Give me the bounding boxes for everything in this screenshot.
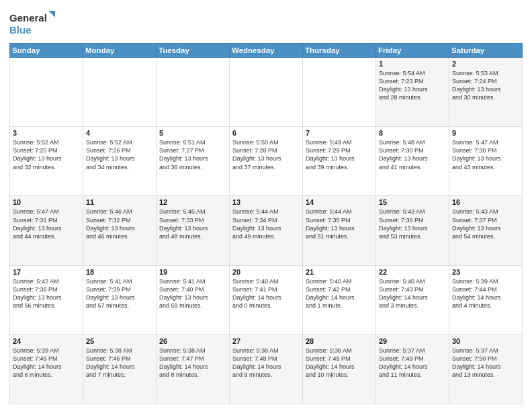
calendar-cell: 25Sunrise: 5:38 AM Sunset: 7:46 PM Dayli… (83, 334, 157, 404)
day-header-wednesday: Wednesday (230, 44, 303, 58)
calendar-cell: 21Sunrise: 5:40 AM Sunset: 7:42 PM Dayli… (303, 265, 376, 334)
day-number: 6 (232, 129, 300, 137)
day-number: 29 (379, 337, 446, 345)
day-number: 30 (452, 337, 519, 345)
day-number: 28 (306, 337, 373, 345)
calendar-cell (230, 58, 303, 127)
day-number: 14 (306, 198, 373, 206)
day-detail: Sunrise: 5:38 AM Sunset: 7:47 PM Dayligh… (159, 347, 226, 379)
logo-svg: General Blue (9, 9, 56, 39)
calendar-cell (83, 58, 157, 127)
day-header-monday: Monday (83, 44, 157, 58)
day-detail: Sunrise: 5:40 AM Sunset: 7:43 PM Dayligh… (379, 277, 446, 310)
calendar-cell: 24Sunrise: 5:39 AM Sunset: 7:45 PM Dayli… (10, 334, 83, 404)
calendar-cell: 22Sunrise: 5:40 AM Sunset: 7:43 PM Dayli… (376, 265, 449, 334)
day-number: 16 (452, 198, 519, 206)
calendar-cell: 1Sunrise: 5:54 AM Sunset: 7:23 PM Daylig… (376, 58, 449, 127)
svg-text:General: General (9, 12, 47, 24)
logo: General Blue (9, 9, 56, 39)
calendar-cell: 10Sunrise: 5:47 AM Sunset: 7:31 PM Dayli… (10, 196, 83, 265)
day-number: 3 (13, 129, 80, 137)
day-number: 19 (159, 268, 226, 276)
calendar-cell (303, 58, 376, 127)
calendar-cell: 12Sunrise: 5:45 AM Sunset: 7:33 PM Dayli… (157, 196, 230, 265)
day-number: 13 (232, 198, 300, 206)
day-header-saturday: Saturday (449, 44, 523, 58)
svg-marker-2 (48, 11, 55, 17)
calendar-cell: 9Sunrise: 5:47 AM Sunset: 7:30 PM Daylig… (449, 127, 523, 196)
calendar-cell: 27Sunrise: 5:38 AM Sunset: 7:48 PM Dayli… (230, 334, 303, 404)
day-number: 22 (379, 268, 446, 276)
calendar-cell: 30Sunrise: 5:37 AM Sunset: 7:50 PM Dayli… (449, 334, 523, 404)
calendar-cell: 16Sunrise: 5:43 AM Sunset: 7:37 PM Dayli… (449, 196, 523, 265)
calendar-cell: 5Sunrise: 5:51 AM Sunset: 7:27 PM Daylig… (157, 127, 230, 196)
day-detail: Sunrise: 5:53 AM Sunset: 7:24 PM Dayligh… (452, 69, 519, 102)
calendar-cell: 7Sunrise: 5:49 AM Sunset: 7:29 PM Daylig… (303, 127, 376, 196)
day-number: 15 (379, 198, 446, 206)
day-detail: Sunrise: 5:47 AM Sunset: 7:30 PM Dayligh… (452, 138, 519, 171)
day-detail: Sunrise: 5:52 AM Sunset: 7:25 PM Dayligh… (13, 138, 80, 171)
day-number: 7 (306, 129, 373, 137)
day-number: 11 (86, 198, 153, 206)
day-detail: Sunrise: 5:43 AM Sunset: 7:37 PM Dayligh… (452, 208, 519, 240)
calendar-table: SundayMondayTuesdayWednesdayThursdayFrid… (9, 43, 523, 404)
day-number: 10 (13, 198, 80, 206)
calendar-cell: 29Sunrise: 5:37 AM Sunset: 7:49 PM Dayli… (376, 334, 449, 404)
day-detail: Sunrise: 5:47 AM Sunset: 7:31 PM Dayligh… (13, 208, 80, 240)
calendar-cell: 18Sunrise: 5:41 AM Sunset: 7:39 PM Dayli… (83, 265, 157, 334)
day-number: 26 (159, 337, 226, 345)
day-number: 18 (86, 268, 153, 276)
calendar-week-3: 10Sunrise: 5:47 AM Sunset: 7:31 PM Dayli… (10, 196, 523, 265)
calendar-cell: 4Sunrise: 5:52 AM Sunset: 7:26 PM Daylig… (83, 127, 157, 196)
day-number: 27 (232, 337, 300, 345)
day-number: 1 (379, 60, 446, 68)
calendar-cell (10, 58, 83, 127)
day-number: 25 (86, 337, 153, 345)
day-number: 24 (13, 337, 80, 345)
day-number: 12 (159, 198, 226, 206)
day-number: 21 (306, 268, 373, 276)
day-number: 2 (452, 60, 519, 68)
calendar-cell: 2Sunrise: 5:53 AM Sunset: 7:24 PM Daylig… (449, 58, 523, 127)
day-header-thursday: Thursday (303, 44, 376, 58)
day-number: 9 (452, 129, 519, 137)
day-detail: Sunrise: 5:48 AM Sunset: 7:30 PM Dayligh… (379, 138, 446, 171)
day-detail: Sunrise: 5:37 AM Sunset: 7:50 PM Dayligh… (452, 347, 519, 379)
calendar-cell: 13Sunrise: 5:44 AM Sunset: 7:34 PM Dayli… (230, 196, 303, 265)
day-number: 23 (452, 268, 519, 276)
day-detail: Sunrise: 5:51 AM Sunset: 7:27 PM Dayligh… (159, 138, 226, 171)
calendar-cell: 15Sunrise: 5:43 AM Sunset: 7:36 PM Dayli… (376, 196, 449, 265)
day-detail: Sunrise: 5:54 AM Sunset: 7:23 PM Dayligh… (379, 69, 446, 102)
calendar-cell: 3Sunrise: 5:52 AM Sunset: 7:25 PM Daylig… (10, 127, 83, 196)
day-detail: Sunrise: 5:41 AM Sunset: 7:40 PM Dayligh… (159, 277, 226, 310)
day-number: 8 (379, 129, 446, 137)
day-detail: Sunrise: 5:38 AM Sunset: 7:48 PM Dayligh… (232, 347, 300, 379)
day-detail: Sunrise: 5:42 AM Sunset: 7:38 PM Dayligh… (13, 277, 80, 310)
calendar-header-row: SundayMondayTuesdayWednesdayThursdayFrid… (10, 44, 523, 58)
day-number: 20 (232, 268, 300, 276)
calendar-cell: 6Sunrise: 5:50 AM Sunset: 7:28 PM Daylig… (230, 127, 303, 196)
day-number: 4 (86, 129, 153, 137)
day-detail: Sunrise: 5:46 AM Sunset: 7:32 PM Dayligh… (86, 208, 153, 240)
calendar-cell (157, 58, 230, 127)
day-header-sunday: Sunday (10, 44, 83, 58)
calendar-cell: 23Sunrise: 5:39 AM Sunset: 7:44 PM Dayli… (449, 265, 523, 334)
day-detail: Sunrise: 5:49 AM Sunset: 7:29 PM Dayligh… (306, 138, 373, 171)
day-detail: Sunrise: 5:40 AM Sunset: 7:41 PM Dayligh… (232, 277, 300, 310)
day-detail: Sunrise: 5:43 AM Sunset: 7:36 PM Dayligh… (379, 208, 446, 240)
day-detail: Sunrise: 5:52 AM Sunset: 7:26 PM Dayligh… (86, 138, 153, 171)
calendar-cell: 14Sunrise: 5:44 AM Sunset: 7:35 PM Dayli… (303, 196, 376, 265)
calendar-cell: 8Sunrise: 5:48 AM Sunset: 7:30 PM Daylig… (376, 127, 449, 196)
day-detail: Sunrise: 5:38 AM Sunset: 7:49 PM Dayligh… (306, 347, 373, 379)
calendar-cell: 28Sunrise: 5:38 AM Sunset: 7:49 PM Dayli… (303, 334, 376, 404)
day-detail: Sunrise: 5:45 AM Sunset: 7:33 PM Dayligh… (159, 208, 226, 240)
day-number: 5 (159, 129, 226, 137)
day-header-tuesday: Tuesday (157, 44, 230, 58)
calendar-cell: 17Sunrise: 5:42 AM Sunset: 7:38 PM Dayli… (10, 265, 83, 334)
day-detail: Sunrise: 5:40 AM Sunset: 7:42 PM Dayligh… (306, 277, 373, 310)
day-detail: Sunrise: 5:39 AM Sunset: 7:44 PM Dayligh… (452, 277, 519, 310)
day-detail: Sunrise: 5:41 AM Sunset: 7:39 PM Dayligh… (86, 277, 153, 310)
calendar-week-1: 1Sunrise: 5:54 AM Sunset: 7:23 PM Daylig… (10, 58, 523, 127)
calendar-week-4: 17Sunrise: 5:42 AM Sunset: 7:38 PM Dayli… (10, 265, 523, 334)
calendar-cell: 11Sunrise: 5:46 AM Sunset: 7:32 PM Dayli… (83, 196, 157, 265)
